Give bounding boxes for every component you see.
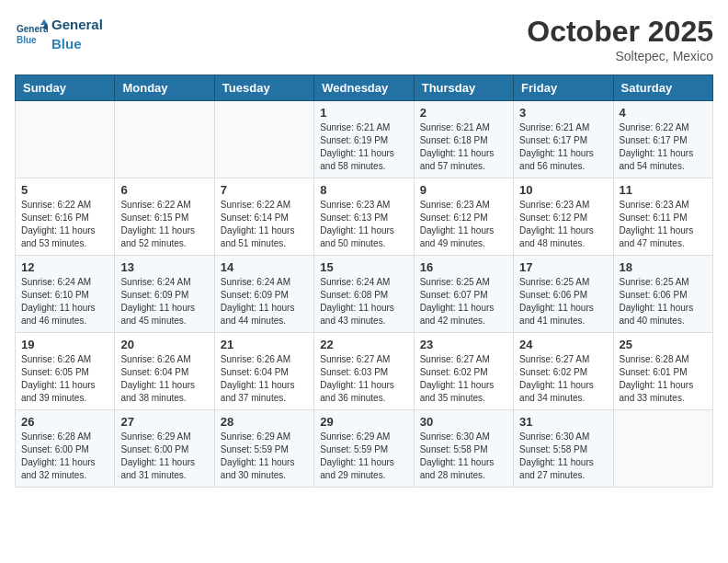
day-number: 29 [320, 415, 407, 429]
week-row-5: 26Sunrise: 6:28 AMSunset: 6:00 PMDayligh… [16, 410, 713, 488]
week-row-3: 12Sunrise: 6:24 AMSunset: 6:10 PMDayligh… [16, 256, 713, 333]
location: Soltepec, Mexico [527, 49, 713, 63]
day-info: Sunrise: 6:25 AMSunset: 6:06 PMDaylight:… [519, 276, 607, 327]
calendar-cell: 8Sunrise: 6:23 AMSunset: 6:13 PMDaylight… [314, 178, 414, 256]
calendar-cell: 17Sunrise: 6:25 AMSunset: 6:06 PMDayligh… [514, 256, 613, 333]
calendar-cell [115, 101, 214, 178]
day-info: Sunrise: 6:23 AMSunset: 6:11 PMDaylight:… [620, 199, 707, 250]
day-info: Sunrise: 6:24 AMSunset: 6:09 PMDaylight:… [221, 276, 308, 327]
calendar-cell: 22Sunrise: 6:27 AMSunset: 6:03 PMDayligh… [314, 333, 414, 410]
calendar-cell: 11Sunrise: 6:23 AMSunset: 6:11 PMDayligh… [613, 178, 712, 256]
day-number: 20 [120, 338, 208, 351]
calendar-cell [214, 101, 313, 178]
day-info: Sunrise: 6:27 AMSunset: 6:03 PMDaylight:… [320, 353, 407, 405]
day-info: Sunrise: 6:28 AMSunset: 6:00 PMDaylight:… [21, 431, 108, 482]
weekday-header-tuesday: Tuesday [214, 75, 313, 101]
day-info: Sunrise: 6:26 AMSunset: 6:04 PMDaylight:… [221, 353, 308, 405]
day-number: 31 [519, 415, 607, 429]
day-number: 3 [519, 106, 607, 120]
week-row-1: 1Sunrise: 6:21 AMSunset: 6:19 PMDaylight… [16, 101, 713, 178]
calendar-cell: 21Sunrise: 6:26 AMSunset: 6:04 PMDayligh… [214, 333, 313, 410]
weekday-header-wednesday: Wednesday [314, 75, 414, 101]
day-number: 12 [21, 260, 108, 274]
day-number: 5 [21, 183, 108, 197]
day-number: 1 [320, 106, 407, 120]
day-number: 30 [420, 415, 507, 429]
calendar-cell [613, 410, 712, 488]
calendar-cell: 24Sunrise: 6:27 AMSunset: 6:02 PMDayligh… [514, 333, 613, 410]
calendar-cell: 1Sunrise: 6:21 AMSunset: 6:19 PMDaylight… [314, 101, 414, 178]
day-number: 4 [620, 106, 707, 120]
day-number: 19 [21, 338, 108, 351]
day-number: 28 [221, 415, 308, 429]
day-number: 25 [620, 338, 707, 351]
day-info: Sunrise: 6:24 AMSunset: 6:09 PMDaylight:… [120, 276, 208, 327]
day-info: Sunrise: 6:21 AMSunset: 6:18 PMDaylight:… [420, 121, 507, 173]
weekday-header-row: SundayMondayTuesdayWednesdayThursdayFrid… [16, 75, 713, 101]
calendar-cell: 9Sunrise: 6:23 AMSunset: 6:12 PMDaylight… [414, 178, 513, 256]
day-info: Sunrise: 6:26 AMSunset: 6:04 PMDaylight:… [120, 353, 208, 405]
day-number: 21 [221, 338, 308, 351]
weekday-header-sunday: Sunday [16, 75, 115, 101]
weekday-header-saturday: Saturday [613, 75, 712, 101]
calendar-cell: 30Sunrise: 6:30 AMSunset: 5:58 PMDayligh… [414, 410, 513, 488]
day-number: 8 [320, 183, 407, 197]
calendar-cell: 3Sunrise: 6:21 AMSunset: 6:17 PMDaylight… [514, 101, 613, 178]
day-info: Sunrise: 6:28 AMSunset: 6:01 PMDaylight:… [620, 353, 707, 405]
calendar-cell: 19Sunrise: 6:26 AMSunset: 6:05 PMDayligh… [16, 333, 115, 410]
calendar-cell: 27Sunrise: 6:29 AMSunset: 6:00 PMDayligh… [115, 410, 214, 488]
weekday-header-thursday: Thursday [414, 75, 513, 101]
svg-text:General: General [17, 24, 48, 34]
day-info: Sunrise: 6:23 AMSunset: 6:12 PMDaylight:… [420, 199, 507, 250]
day-number: 15 [320, 260, 407, 274]
day-number: 9 [420, 183, 507, 197]
calendar-cell: 10Sunrise: 6:23 AMSunset: 6:12 PMDayligh… [514, 178, 613, 256]
day-number: 27 [120, 415, 208, 429]
day-info: Sunrise: 6:30 AMSunset: 5:58 PMDaylight:… [519, 431, 607, 482]
calendar-table: SundayMondayTuesdayWednesdayThursdayFrid… [15, 75, 713, 488]
calendar-cell: 29Sunrise: 6:29 AMSunset: 5:59 PMDayligh… [314, 410, 414, 488]
day-number: 7 [221, 183, 308, 197]
day-number: 23 [420, 338, 507, 351]
day-info: Sunrise: 6:23 AMSunset: 6:12 PMDaylight:… [519, 199, 607, 250]
weekday-header-friday: Friday [514, 75, 613, 101]
day-info: Sunrise: 6:21 AMSunset: 6:17 PMDaylight:… [519, 121, 607, 173]
month-title: October 2025 [527, 15, 713, 49]
day-number: 26 [21, 415, 108, 429]
day-info: Sunrise: 6:26 AMSunset: 6:05 PMDaylight:… [21, 353, 108, 405]
day-info: Sunrise: 6:27 AMSunset: 6:02 PMDaylight:… [519, 353, 607, 405]
calendar-cell: 18Sunrise: 6:25 AMSunset: 6:06 PMDayligh… [613, 256, 712, 333]
day-info: Sunrise: 6:30 AMSunset: 5:58 PMDaylight:… [420, 431, 507, 482]
calendar-cell: 16Sunrise: 6:25 AMSunset: 6:07 PMDayligh… [414, 256, 513, 333]
calendar-cell: 5Sunrise: 6:22 AMSunset: 6:16 PMDaylight… [16, 178, 115, 256]
calendar-cell: 23Sunrise: 6:27 AMSunset: 6:02 PMDayligh… [414, 333, 513, 410]
day-number: 18 [620, 260, 707, 274]
calendar-cell: 13Sunrise: 6:24 AMSunset: 6:09 PMDayligh… [115, 256, 214, 333]
calendar-cell: 14Sunrise: 6:24 AMSunset: 6:09 PMDayligh… [214, 256, 313, 333]
calendar-cell: 31Sunrise: 6:30 AMSunset: 5:58 PMDayligh… [514, 410, 613, 488]
day-info: Sunrise: 6:29 AMSunset: 5:59 PMDaylight:… [320, 431, 407, 482]
calendar-cell: 26Sunrise: 6:28 AMSunset: 6:00 PMDayligh… [16, 410, 115, 488]
day-info: Sunrise: 6:25 AMSunset: 6:06 PMDaylight:… [620, 276, 707, 327]
day-number: 10 [519, 183, 607, 197]
calendar-cell: 4Sunrise: 6:22 AMSunset: 6:17 PMDaylight… [613, 101, 712, 178]
day-number: 14 [221, 260, 308, 274]
day-info: Sunrise: 6:24 AMSunset: 6:08 PMDaylight:… [320, 276, 407, 327]
calendar-cell: 6Sunrise: 6:22 AMSunset: 6:15 PMDaylight… [115, 178, 214, 256]
day-number: 22 [320, 338, 407, 351]
logo-icon: General Blue [15, 17, 48, 51]
page-header: General Blue General Blue October 2025 S… [15, 15, 713, 63]
day-number: 2 [420, 106, 507, 120]
weekday-header-monday: Monday [115, 75, 214, 101]
calendar-cell: 2Sunrise: 6:21 AMSunset: 6:18 PMDaylight… [414, 101, 513, 178]
calendar-cell: 20Sunrise: 6:26 AMSunset: 6:04 PMDayligh… [115, 333, 214, 410]
calendar-cell: 25Sunrise: 6:28 AMSunset: 6:01 PMDayligh… [613, 333, 712, 410]
day-number: 24 [519, 338, 607, 351]
day-info: Sunrise: 6:24 AMSunset: 6:10 PMDaylight:… [21, 276, 108, 327]
logo: General Blue General Blue [15, 15, 103, 53]
day-info: Sunrise: 6:23 AMSunset: 6:13 PMDaylight:… [320, 199, 407, 250]
day-number: 6 [120, 183, 208, 197]
day-number: 11 [620, 183, 707, 197]
day-number: 16 [420, 260, 507, 274]
week-row-2: 5Sunrise: 6:22 AMSunset: 6:16 PMDaylight… [16, 178, 713, 256]
